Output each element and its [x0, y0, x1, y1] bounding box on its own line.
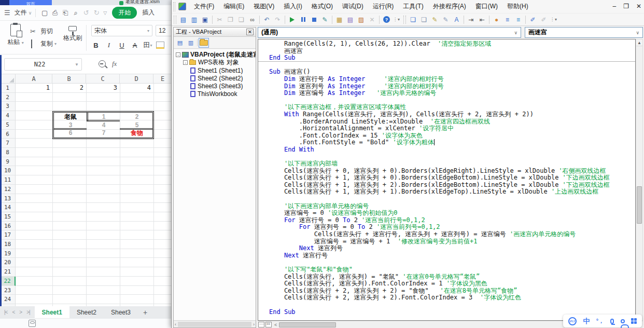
uncomment-block-icon[interactable]: ✎	[441, 15, 451, 24]
row-header-22[interactable]: 22	[0, 277, 16, 286]
vba-menu-插入[interactable]: 插入(I)	[279, 2, 306, 11]
tree-node-ThisWorkbook[interactable]: ThisWorkbook	[174, 90, 256, 98]
full-module-view-icon[interactable]: ≡≡	[265, 322, 272, 327]
first-sheet-icon[interactable]: |<	[4, 309, 7, 315]
code-line[interactable]: .BorderAround LineStyle:=xlDouble '在迷宫四边…	[269, 118, 635, 126]
file-menu[interactable]: 文件	[15, 8, 27, 17]
toolbar-grip[interactable]	[403, 16, 406, 24]
code-line[interactable]: Dim 迷宫编号 As Integer '迷宫内单元格的编号	[269, 90, 635, 97]
last-sheet-icon[interactable]: >|	[26, 309, 30, 315]
code-line[interactable]: '以下画迷宫内部单元格的编号	[269, 203, 635, 210]
comment-block-icon[interactable]: ✎	[430, 15, 440, 24]
code-line[interactable]: For 迷宫列号 = 0 To 2 '迷宫当前列号=0,1,2	[269, 224, 635, 231]
row-header-11[interactable]: 11	[0, 175, 16, 185]
outdent-icon[interactable]: ⇤	[477, 15, 487, 24]
italic-button[interactable]: I	[104, 40, 114, 50]
row-header-9[interactable]: 9	[0, 157, 16, 166]
code-line[interactable]: Dim 迷宫行号 As Integer '迷宫内部的相对行号	[269, 76, 635, 83]
row-header-7[interactable]: 7	[0, 139, 16, 148]
find-icon[interactable]: ∞	[247, 15, 257, 24]
vba-menu-调试[interactable]: 调试(D)	[338, 2, 368, 11]
run-icon[interactable]	[287, 15, 297, 24]
macro-record-icon[interactable]	[29, 320, 36, 327]
select-all-corner[interactable]	[0, 74, 16, 84]
toolbox-icon[interactable]: ✕	[367, 15, 377, 24]
object-dropdown[interactable]: (通用)∨	[258, 27, 521, 38]
restore-button[interactable]: ❐	[623, 2, 629, 11]
pause-icon[interactable]	[298, 15, 308, 24]
cut-button[interactable]: ✂ 剪切	[30, 25, 57, 37]
expand-collapse-icon[interactable]: -	[176, 52, 180, 57]
toggle-folders-icon[interactable]	[199, 38, 208, 47]
parameter-info-icon[interactable]: ✐	[528, 15, 538, 24]
row-header-4[interactable]: 4	[0, 111, 16, 120]
row-header-16[interactable]: 16	[0, 222, 16, 230]
row-header-19[interactable]: 19	[0, 249, 16, 258]
sheet-tab-Sheet2[interactable]: Sheet2	[69, 306, 104, 318]
ime-menu-grid-icon[interactable]	[631, 318, 637, 324]
copy-button[interactable]: 复制 ▾	[30, 37, 57, 50]
row-header-14[interactable]: 14	[0, 203, 16, 212]
name-box[interactable]: N22 ▼	[4, 58, 82, 71]
paste-icon[interactable]: ❏	[236, 15, 246, 24]
paste-button[interactable]: 粘贴 ▾	[5, 24, 26, 47]
code-line[interactable]: Cells(迷宫头行 + 1, 迷宫头列 + 2).Borders(xlEdge…	[269, 182, 635, 189]
print-preview-icon[interactable]: ⌕	[71, 8, 81, 18]
row-header-3[interactable]: 3	[0, 102, 16, 111]
close-button[interactable]: ✕	[636, 2, 641, 11]
list-properties-icon[interactable]: ≡	[513, 15, 523, 24]
cell-B1[interactable]: 2	[52, 84, 86, 92]
maze-cell-4[interactable]: 4	[87, 121, 120, 130]
view-object-icon[interactable]: ▥	[186, 38, 195, 47]
vba-menu-运行[interactable]: 运行(R)	[368, 2, 399, 11]
code-line[interactable]: .Font.FontStyle = "Bold" '设字体为粗体	[269, 139, 635, 146]
column-header-B[interactable]: B	[52, 74, 86, 84]
code-line[interactable]: Next 迷宫行号	[269, 252, 635, 259]
save-icon[interactable]: ▢	[39, 8, 50, 18]
indent-icon[interactable]: ⇥	[466, 15, 476, 24]
code-line[interactable]: 迷宫编号 = 迷宫编号 + 1 '修改迷宫编号变为当前值+1	[269, 238, 635, 245]
prev-sheet-icon[interactable]: <	[12, 309, 15, 315]
formula-input[interactable]	[124, 57, 172, 72]
code-line[interactable]: Sub 画迷宫()	[269, 69, 635, 76]
insert-userform-icon[interactable]: ▥	[189, 15, 199, 24]
code-line[interactable]: Cells(迷宫头行 + 0, 迷宫头列 + 0).Borders(xlEdge…	[269, 168, 635, 175]
vba-menu-帮助[interactable]: 帮助(H)	[502, 2, 533, 11]
row-header-1[interactable]: 1	[0, 84, 16, 93]
row-header-23[interactable]: 23	[0, 286, 16, 295]
print-icon[interactable]: ⎗	[60, 8, 71, 18]
complete-word-icon[interactable]: A	[452, 15, 461, 24]
row-header-24[interactable]: 24	[0, 295, 16, 304]
vba-menu-工具[interactable]: 工具(T)	[398, 2, 428, 11]
tree-node-WPS表格[interactable]: -WPS表格 对象	[174, 59, 256, 66]
maze-cell-老鼠[interactable]: 老鼠	[54, 113, 87, 121]
maze-cell-7[interactable]: 7	[87, 129, 120, 138]
project-explorer-icon[interactable]: ▦	[334, 15, 344, 24]
fx-icon[interactable]: fx	[112, 60, 117, 68]
code-line[interactable]: Cells(迷宫头行 + 迷宫行号, 迷宫头列 + 迷宫列号) = 迷宫编号 '…	[269, 231, 635, 238]
add-sheet-button[interactable]: +	[138, 306, 152, 318]
code-line[interactable]: Range(Cells(2, 1), Cells(26, 12)).Clear …	[269, 40, 635, 48]
column-headers[interactable]: ABCDE	[0, 74, 172, 84]
code-line[interactable]	[269, 196, 635, 203]
code-vscrollbar[interactable]: ▲	[636, 39, 643, 321]
row-header-6[interactable]: 6	[0, 130, 16, 139]
project-hscrollbar[interactable]: ‹ ›	[174, 320, 256, 327]
scroll-thumb[interactable]	[178, 322, 251, 327]
code-line[interactable]: Cells(迷宫头行 + 2, 迷宫头列 + 2) = "食物" '在迷宫8号单…	[269, 288, 635, 295]
scroll-up-icon[interactable]: ▲	[636, 39, 642, 46]
zoom-out-icon[interactable]	[99, 60, 106, 67]
stop-icon[interactable]	[309, 15, 319, 24]
toolbar-overflow-icon[interactable]: ⋮▾	[550, 17, 557, 22]
minimize-button[interactable]: –	[612, 2, 616, 11]
column-header-A[interactable]: A	[16, 74, 52, 84]
project-tree[interactable]: -VBAProject (老鼠走迷宫-WPS表格 对象Sheet1 (Sheet…	[174, 49, 256, 320]
code-line[interactable]: .HorizontalAlignment = xlCenter '设字符居中	[269, 125, 635, 132]
code-line[interactable]: For 迷宫行号 = 0 To 2 '迷宫当前行号=0,1,2	[269, 217, 635, 224]
row-header-2[interactable]: 2	[0, 93, 16, 102]
scroll-left-icon[interactable]: <	[274, 322, 277, 327]
row-header-12[interactable]: 12	[0, 185, 16, 194]
file-menu-chevron-icon[interactable]: ∨	[29, 10, 32, 16]
bold-button[interactable]: B	[91, 40, 101, 50]
tree-node-Sheet1[interactable]: Sheet1 (Sheet1)	[174, 66, 256, 74]
